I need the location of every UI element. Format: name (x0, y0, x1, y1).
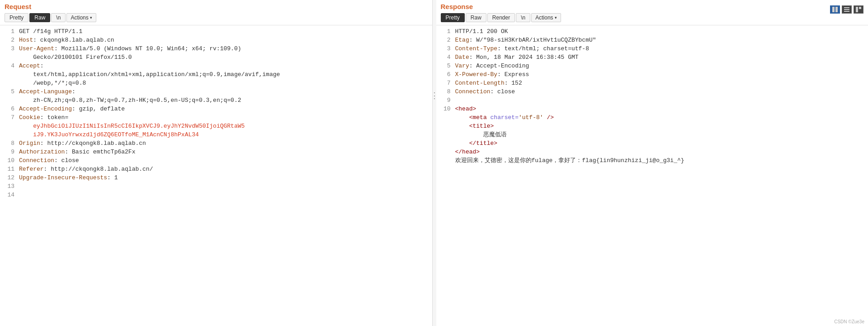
request-title: Request (5, 3, 428, 10)
response-line-10: 10 <head> (436, 105, 868, 113)
response-line-title-text: 恶魔低语 (436, 130, 868, 139)
response-line-title-open: <title> (436, 122, 868, 130)
request-line-5b: zh-CN,zh;q=0.8,zh-TW;q=0.7,zh-HK;q=0.5,e… (0, 96, 432, 105)
response-actions-chevron-icon: ▾ (555, 15, 557, 20)
response-line-title-close: </title> (436, 139, 868, 148)
request-toolbar: Pretty Raw \n Actions ▾ (5, 13, 428, 22)
response-line-2: 2 Etag: W/"98-siH3KrbAR/ixtHvt1uCQZBYbcm… (436, 36, 868, 44)
request-tab-raw[interactable]: Raw (29, 13, 50, 22)
svg-rect-5 (856, 7, 858, 12)
list-view-icon[interactable] (842, 5, 852, 14)
response-tab-render[interactable]: Render (487, 13, 515, 22)
response-line-7: 7 Content-Length: 152 (436, 79, 868, 87)
response-code-area[interactable]: 1 HTTP/1.1 200 OK 2 Etag: W/"98-siH3KrbA… (436, 25, 868, 326)
response-line-6: 6 X-Powered-By: Express (436, 70, 868, 79)
request-line-7b: eyJhbGciOiJIUzI1NiIsInR5cCI6IkpXVCJ9.eyJ… (0, 122, 432, 130)
request-line-4: 4 Accept: (0, 62, 432, 70)
response-toolbar: Pretty Raw Render \n Actions ▾ (441, 13, 864, 22)
request-line-10: 10 Connection: close (0, 156, 432, 165)
request-line-1: 1 GET /f14g HTTP/1.1 (0, 27, 432, 36)
svg-rect-6 (859, 7, 861, 9)
response-line-meta: <meta charset='utf-8' /> (436, 113, 868, 122)
request-line-9: 9 Authorization: Basic emthcTp6a2Fx (0, 148, 432, 156)
request-header: Request Pretty Raw \n Actions ▾ (0, 0, 432, 25)
response-panel: Response Pretty Raw Render \n Actions ▾ … (436, 0, 868, 326)
response-header: Response Pretty Raw Render \n Actions ▾ (436, 0, 868, 25)
svg-rect-0 (832, 7, 835, 12)
request-line-12: 12 Upgrade-Insecure-Requests: 1 (0, 173, 432, 182)
svg-rect-2 (844, 7, 849, 8)
request-line-11: 11 Referer: http://ckqongk8.lab.aqlab.cn… (0, 165, 432, 173)
response-line-9: 9 (436, 96, 868, 105)
response-line-1: 1 HTTP/1.1 200 OK (436, 27, 868, 36)
request-panel: Request Pretty Raw \n Actions ▾ 1 GET /f… (0, 0, 433, 326)
request-line-7: 7 Cookie: token= (0, 113, 432, 122)
response-actions-button[interactable]: Actions ▾ (531, 13, 561, 22)
panel-separator[interactable]: ⋮ (433, 0, 436, 326)
request-line-2: 2 Host: ckqongk8.lab.aqlab.cn (0, 36, 432, 44)
request-line-4c: /webp,*/*;q=0.8 (0, 79, 432, 87)
request-line-3b: Gecko/20100101 Firefox/115.0 (0, 53, 432, 62)
response-line-4: 4 Date: Mon, 18 Mar 2024 16:38:45 GMT (436, 53, 868, 62)
response-line-flag: 欢迎回来，艾德密，这是你的fulage，拿好了：flag{lin9hunzhiz… (436, 156, 868, 165)
svg-rect-4 (844, 11, 849, 12)
response-line-3: 3 Content-Type: text/html; charset=utf-8 (436, 44, 868, 53)
request-line-4b: text/html,application/xhtml+xml,applicat… (0, 70, 432, 79)
request-code-area[interactable]: 1 GET /f14g HTTP/1.1 2 Host: ckqongk8.la… (0, 25, 432, 326)
request-actions-button[interactable]: Actions ▾ (66, 13, 96, 22)
request-line-6: 6 Accept-Encoding: gzip, deflate (0, 105, 432, 113)
request-tab-newline[interactable]: \n (51, 13, 66, 22)
request-tab-pretty[interactable]: Pretty (5, 13, 28, 22)
request-line-5: 5 Accept-Language: (0, 87, 432, 96)
request-line-8: 8 Origin: http://ckqongk8.lab.aqlab.cn (0, 139, 432, 148)
request-line-14: 14 (0, 191, 432, 199)
collapse-view-icon[interactable] (854, 5, 863, 14)
response-line-5: 5 Vary: Accept-Encoding (436, 62, 868, 70)
request-line-3: 3 User-Agent: Mozilla/5.0 (Windows NT 10… (0, 44, 432, 53)
split-view-icon[interactable] (830, 5, 840, 14)
actions-chevron-icon: ▾ (90, 15, 92, 20)
view-toggle-group[interactable] (830, 5, 863, 14)
response-tab-newline[interactable]: \n (516, 13, 530, 22)
response-line-head-close: </head> (436, 148, 868, 156)
response-title: Response (441, 3, 864, 10)
svg-rect-3 (844, 9, 849, 10)
svg-rect-1 (835, 7, 838, 12)
request-line-7c: iJ9.YK3JuoYrwxzdljd6ZQ6EOTfoME_M1AcnCNj8… (0, 130, 432, 139)
response-line-8: 8 Connection: close (436, 87, 868, 96)
request-line-13: 13 (0, 182, 432, 191)
response-tab-raw[interactable]: Raw (466, 13, 486, 22)
response-tab-pretty[interactable]: Pretty (441, 13, 465, 22)
watermark: CSDN ©Zue3e (834, 319, 864, 324)
